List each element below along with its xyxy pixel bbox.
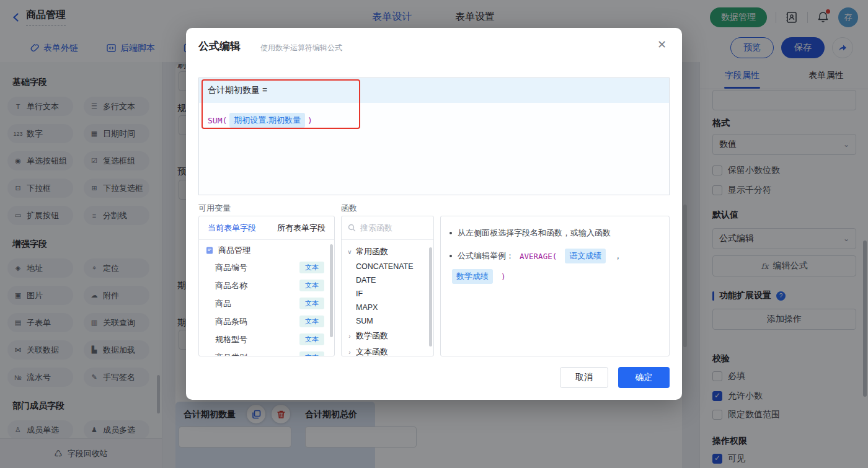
tip-line-example: 公式编辑举例： AVERAGE( 语文成绩 ， 数学成绩 )	[450, 249, 660, 284]
search-placeholder: 搜索函数	[360, 223, 392, 234]
tab-current-form-fields[interactable]: 当前表单字段	[208, 223, 256, 234]
variable-field-row[interactable]: 商品条码文本	[199, 312, 334, 330]
field-type-badge: 文本	[299, 262, 324, 273]
tips-panel: 从左侧面板选择字段名和函数，或输入函数 公式编辑举例： AVERAGE( 语文成…	[440, 216, 670, 356]
variables-panel: 当前表单字段 所有表单字段 商品管理 商品编号文本 商品名称文本 商品文本 商品…	[198, 216, 335, 356]
variable-field-row[interactable]: 商品类别文本	[199, 348, 334, 356]
function-group[interactable]: ›文本函数	[342, 344, 433, 356]
field-type-badge: 文本	[299, 298, 324, 309]
function-item[interactable]: IF	[342, 287, 433, 301]
search-icon	[348, 224, 356, 232]
variable-field-row[interactable]: 规格型号文本	[199, 330, 334, 348]
field-type-badge: 文本	[299, 280, 324, 291]
function-item[interactable]: MAPX	[342, 301, 433, 314]
formula-editor-modal: 公式编辑 使用数学运算符编辑公式 ✕ 合计期初数量 = SUM( 期初设置.期初…	[186, 28, 682, 400]
formula-func-open: SUM(	[208, 116, 227, 125]
close-icon[interactable]: ✕	[657, 38, 666, 51]
variable-field-row[interactable]: 商品编号文本	[199, 258, 334, 276]
variable-field-row[interactable]: 商品文本	[199, 294, 334, 312]
variable-field-row[interactable]: 商品名称文本	[199, 276, 334, 294]
formula-func-close: )	[308, 116, 312, 125]
functions-scrollbar[interactable]	[429, 247, 432, 347]
formula-editor[interactable]: 合计期初数量 = SUM( 期初设置.期初数量 )	[198, 77, 670, 195]
tab-all-form-fields[interactable]: 所有表单字段	[277, 223, 326, 234]
function-group[interactable]: ∨常用函数	[342, 244, 433, 260]
chevron-down-icon: ∨	[347, 249, 353, 255]
cancel-button[interactable]: 取消	[560, 367, 608, 388]
field-type-badge: 文本	[299, 316, 324, 327]
functions-label: 函数	[341, 203, 357, 214]
confirm-button[interactable]: 确定	[618, 367, 670, 388]
formula-expression[interactable]: SUM( 期初设置.期初数量 )	[199, 103, 669, 138]
example-field-chip: 语文成绩	[565, 249, 606, 263]
formula-target: 合计期初数量 =	[199, 78, 669, 103]
function-group[interactable]: ›数学函数	[342, 328, 433, 344]
functions-panel: 搜索函数 ∨常用函数 CONCATENATE DATE IF MAPX SUM …	[341, 216, 434, 356]
form-doc-icon	[205, 246, 214, 255]
field-type-badge: 文本	[299, 333, 324, 345]
function-item[interactable]: SUM	[342, 314, 433, 328]
function-tree: ∨常用函数 CONCATENATE DATE IF MAPX SUM ›数学函数…	[342, 240, 433, 356]
formula-field-chip[interactable]: 期初设置.期初数量	[229, 113, 305, 128]
function-item[interactable]: CONCATENATE	[342, 260, 433, 273]
modal-title: 公式编辑	[198, 39, 241, 53]
variables-root-node[interactable]: 商品管理	[199, 240, 334, 258]
chevron-right-icon: ›	[347, 349, 353, 356]
app-screen: 商品管理 表单设计 表单设置 数据管理 存 表	[0, 0, 868, 468]
variables-tabs: 当前表单字段 所有表单字段	[199, 216, 334, 240]
bullet-dot	[450, 255, 452, 257]
modal-subtitle: 使用数学运算符编辑公式	[260, 43, 342, 53]
chevron-right-icon: ›	[347, 333, 353, 340]
function-search[interactable]: 搜索函数	[342, 216, 433, 240]
tip-line: 从左侧面板选择字段名和函数，或输入函数	[450, 227, 660, 239]
field-type-badge: 文本	[299, 351, 324, 356]
example-field-chip: 数学成绩	[452, 269, 493, 284]
function-item[interactable]: DATE	[342, 273, 433, 287]
variables-scrollbar[interactable]	[330, 244, 333, 337]
bullet-dot	[450, 232, 452, 234]
variables-label: 可用变量	[198, 203, 231, 214]
